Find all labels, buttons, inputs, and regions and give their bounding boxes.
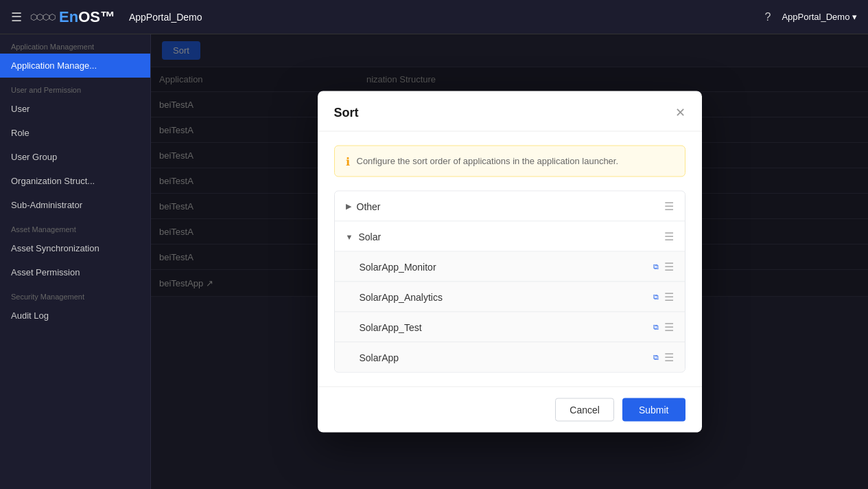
logo: ⬡⬡⬡⬡ EnOS™ (30, 8, 115, 26)
external-link-icon[interactable]: ⧉ (653, 323, 659, 332)
sort-group-other[interactable]: ▶ Other ☰ (335, 192, 685, 222)
group-other-label: Other (357, 201, 659, 212)
item-label: SolarApp (360, 352, 648, 363)
logo-dots: ⬡⬡⬡⬡ (30, 12, 55, 22)
modal-footer: Cancel Submit (318, 387, 702, 433)
help-icon[interactable]: ? (764, 11, 771, 23)
sort-item-solarapp: SolarApp ⧉ ☰ (335, 343, 685, 372)
info-icon: ℹ (346, 155, 350, 168)
info-banner: ℹ Configure the sort order of applicatio… (334, 146, 685, 177)
sidebar-item-app-manage[interactable]: Application Manage... (0, 54, 150, 78)
info-text: Configure the sort order of applications… (357, 155, 619, 168)
sidebar-item-user-group[interactable]: User Group (0, 145, 150, 169)
group-solar-label: Solar (358, 231, 658, 242)
section-security: Security Management (0, 284, 150, 304)
external-link-icon[interactable]: ⧉ (653, 353, 659, 362)
sort-item-solarapp-monitor: SolarApp_Monitor ⧉ ☰ (335, 252, 685, 282)
cancel-button[interactable]: Cancel (555, 398, 614, 422)
submit-button[interactable]: Submit (622, 398, 685, 422)
sidebar-item-role[interactable]: Role (0, 121, 150, 145)
sidebar-item-sub-admin[interactable]: Sub-Administrator (0, 193, 150, 217)
sidebar-item-org-struct[interactable]: Organization Struct... (0, 169, 150, 193)
item-label: SolarApp_Analytics (360, 291, 648, 302)
sort-modal: Sort ✕ ℹ Configure the sort order of app… (318, 91, 702, 433)
drag-handle-icon[interactable]: ☰ (664, 260, 674, 273)
sidebar-item-audit-log[interactable]: Audit Log (0, 304, 150, 328)
chevron-down-icon: ▼ (346, 232, 353, 240)
sidebar-item-user[interactable]: User (0, 97, 150, 121)
section-user-permission: User and Permission (0, 78, 150, 97)
sort-group-solar[interactable]: ▼ Solar ☰ (335, 222, 685, 252)
drag-handle-icon[interactable]: ☰ (664, 351, 674, 364)
sort-item-solarapp-analytics: SolarApp_Analytics ⧉ ☰ (335, 282, 685, 312)
menu-icon[interactable]: ☰ (11, 10, 22, 25)
drag-handle-icon[interactable]: ☰ (664, 321, 674, 334)
sidebar-item-asset-perm[interactable]: Asset Permission (0, 260, 150, 284)
app-name: AppPortal_Demo (129, 12, 202, 23)
top-navigation: ☰ ⬡⬡⬡⬡ EnOS™ AppPortal_Demo ? AppPortal_… (0, 0, 868, 34)
sort-list: ▶ Other ☰ ▼ Solar ☰ SolarApp_Monitor ⧉ (334, 191, 685, 373)
modal-close-button[interactable]: ✕ (675, 105, 685, 120)
section-app-management: Application Management (0, 34, 150, 54)
logo-text: EnOS™ (59, 8, 115, 26)
external-link-icon[interactable]: ⧉ (653, 262, 659, 271)
topnav-right: ? AppPortal_Demo ▾ (764, 11, 857, 23)
modal-body: ℹ Configure the sort order of applicatio… (318, 132, 702, 387)
main-layout: Application Management Application Manag… (0, 34, 868, 489)
drag-handle-icon[interactable]: ☰ (664, 291, 674, 304)
modal-header: Sort ✕ (318, 91, 702, 132)
sidebar: Application Management Application Manag… (0, 34, 151, 489)
item-label: SolarApp_Monitor (360, 261, 648, 272)
section-asset-management: Asset Management (0, 217, 150, 236)
item-label: SolarApp_Test (360, 321, 648, 332)
drag-handle-icon[interactable]: ☰ (664, 200, 674, 213)
content-area: Sort Application nization Structure beiT… (151, 34, 868, 489)
sort-item-solarapp-test: SolarApp_Test ⧉ ☰ (335, 312, 685, 343)
modal-title: Sort (334, 105, 359, 120)
drag-handle-icon[interactable]: ☰ (664, 230, 674, 243)
user-menu[interactable]: AppPortal_Demo ▾ (782, 12, 857, 22)
external-link-icon[interactable]: ⧉ (653, 293, 659, 302)
chevron-right-icon: ▶ (346, 202, 351, 211)
sidebar-item-asset-sync[interactable]: Asset Synchronization (0, 236, 150, 260)
